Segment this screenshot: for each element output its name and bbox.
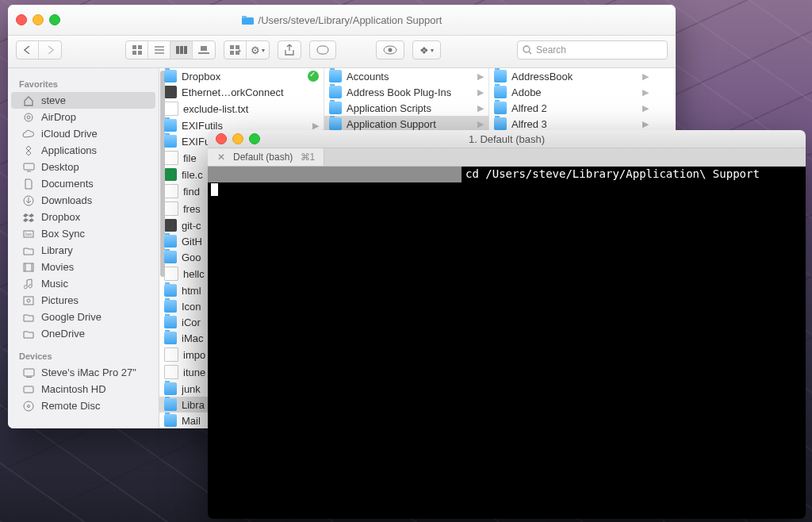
sidebar-item-remote-disc[interactable]: Remote Disc: [11, 397, 155, 414]
finder-titlebar[interactable]: /Users/steve/Library/Application Support: [8, 5, 676, 36]
prompt-selection-highlight: [208, 167, 462, 182]
svg-rect-4: [132, 51, 136, 55]
sidebar-item-downloads[interactable]: Downloads: [11, 192, 155, 209]
terminal-body[interactable]: cd /Users/steve/Library/Application\ Sup…: [208, 167, 806, 519]
close-icon[interactable]: [216, 133, 227, 144]
svg-rect-9: [201, 46, 207, 51]
folder-icon: [164, 300, 177, 313]
folder-icon: [164, 235, 177, 248]
folder-icon: [329, 86, 342, 98]
svg-rect-0: [242, 17, 254, 25]
file-row[interactable]: Application Support▶: [324, 116, 488, 132]
svg-point-32: [28, 405, 30, 407]
file-row[interactable]: Alfred 3▶: [489, 116, 653, 132]
sidebar-item-pictures[interactable]: Pictures: [11, 292, 155, 309]
file-row[interactable]: Ethernet…orkConnect: [159, 84, 324, 100]
close-icon[interactable]: [16, 14, 27, 25]
file-row[interactable]: Dropbox: [159, 68, 324, 84]
folder-icon: [164, 251, 177, 263]
file-row[interactable]: exclude-list.txt: [159, 100, 324, 117]
sidebar-item-movies[interactable]: Movies: [11, 259, 155, 275]
folder-icon: [242, 15, 254, 25]
file-row[interactable]: Accounts▶: [324, 68, 488, 84]
folder-icon: [22, 246, 35, 255]
svg-rect-1: [242, 16, 247, 18]
file-row[interactable]: Alfred 2▶: [489, 100, 653, 116]
sidebar-item-label: steve: [41, 94, 66, 106]
zoom-icon[interactable]: [49, 14, 60, 25]
dropbox-button[interactable]: ❖▾: [412, 40, 441, 59]
doc-icon: [164, 202, 178, 216]
svg-point-27: [27, 299, 30, 302]
sidebar-item-applications[interactable]: Applications: [11, 142, 155, 159]
action-button[interactable]: ⚙︎▾: [247, 41, 269, 59]
sidebar-item-dropbox[interactable]: Dropbox: [11, 209, 155, 225]
terminal-window: 1. Default (bash) ✕ Default (bash) ⌘1 cd…: [208, 130, 806, 519]
minimize-icon[interactable]: [33, 14, 44, 25]
sidebar-item-library[interactable]: Library: [11, 242, 155, 259]
back-button[interactable]: [17, 41, 39, 59]
sidebar-item-desktop[interactable]: Desktop: [11, 159, 155, 175]
sidebar-item-onedrive[interactable]: OneDrive: [11, 325, 155, 342]
sidebar-item-label: Dropbox: [41, 211, 80, 223]
svg-rect-3: [138, 45, 142, 49]
file-row[interactable]: AddressBook▶: [489, 68, 653, 84]
sidebar: FavoritessteveAirDropiCloud DriveApplica…: [8, 68, 159, 428]
file-name: Ethernet…orkConnect: [182, 86, 319, 98]
gear-icon: ⚙︎: [251, 44, 260, 56]
tags-button[interactable]: [309, 40, 336, 59]
folder-icon: [164, 398, 177, 411]
svg-point-31: [24, 401, 33, 411]
chevron-right-icon: ▶: [642, 71, 649, 82]
svg-rect-26: [24, 297, 33, 305]
share-button[interactable]: [278, 40, 301, 59]
folder-icon: [164, 382, 177, 395]
chevron-right-icon: ▶: [642, 87, 649, 98]
sidebar-item-icloud-drive[interactable]: iCloud Drive: [11, 125, 155, 142]
terminal-titlebar[interactable]: 1. Default (bash): [208, 130, 806, 148]
sidebar-item-label: Pictures: [41, 294, 79, 306]
file-name: Application Support: [347, 118, 473, 130]
quicklook-button[interactable]: [376, 40, 404, 59]
column-view-button[interactable]: [170, 41, 193, 59]
sidebar-item-airdrop[interactable]: AirDrop: [11, 109, 155, 125]
mac-icon: [22, 368, 35, 378]
svg-rect-7: [180, 46, 183, 54]
arrange-button[interactable]: [224, 41, 247, 59]
forward-button[interactable]: [39, 41, 61, 59]
svg-point-17: [389, 48, 393, 52]
sidebar-item-documents[interactable]: Documents: [11, 175, 155, 192]
terminal-cursor: [211, 183, 218, 196]
coverflow-view-button[interactable]: [193, 41, 215, 59]
search-field[interactable]: Search: [517, 40, 668, 59]
icon-view-button[interactable]: [126, 41, 148, 59]
file-name: Adobe: [511, 86, 638, 98]
sidebar-item-steve-s-imac-pro-27-[interactable]: Steve's iMac Pro 27": [11, 364, 155, 381]
dropbox-icon: [22, 213, 35, 222]
minimize-icon[interactable]: [232, 133, 243, 144]
file-row[interactable]: Adobe▶: [489, 84, 653, 100]
file-row[interactable]: Application Scripts▶: [324, 100, 488, 116]
zoom-icon[interactable]: [249, 133, 260, 144]
list-view-button[interactable]: [148, 41, 170, 59]
svg-rect-8: [184, 46, 187, 54]
sidebar-item-box-sync[interactable]: boxBox Sync: [11, 225, 155, 242]
svg-text:box: box: [25, 232, 33, 236]
search-icon: [523, 45, 532, 55]
sidebar-item-macintosh-hd[interactable]: Macintosh HD: [11, 381, 155, 397]
airdrop-icon: [22, 112, 35, 123]
sidebar-item-steve[interactable]: steve: [11, 92, 155, 109]
sidebar-item-music[interactable]: Music: [11, 275, 155, 292]
app-icon: [164, 219, 177, 232]
folder-icon: [329, 102, 342, 114]
sidebar-item-label: Movies: [41, 261, 74, 273]
sidebar-item-google-drive[interactable]: Google Drive: [11, 309, 155, 325]
dropbox-icon: ❖: [419, 44, 429, 56]
file-row[interactable]: Address Book Plug-Ins▶: [324, 84, 488, 100]
svg-rect-12: [236, 45, 239, 49]
folder-icon: [329, 117, 342, 130]
file-name: exclude-list.txt: [183, 103, 319, 115]
view-mode-segmented: [125, 40, 216, 59]
terminal-tab[interactable]: ✕ Default (bash) ⌘1: [208, 148, 324, 166]
close-tab-icon[interactable]: ✕: [217, 152, 225, 163]
